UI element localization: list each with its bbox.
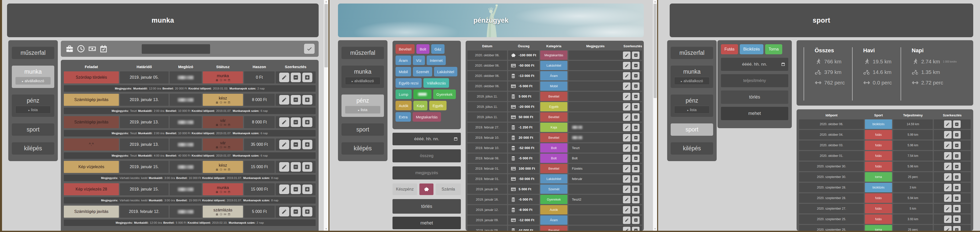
- category-button-aut-k[interactable]: Autók: [396, 101, 412, 110]
- delete-button[interactable]: törlés: [393, 199, 461, 214]
- edit-button[interactable]: [623, 72, 630, 80]
- sport-button-futás[interactable]: Futás: [721, 44, 738, 54]
- calendar-icon[interactable]: [781, 62, 785, 66]
- category-button-megtakar-t-s[interactable]: Megtakarítás: [413, 112, 441, 122]
- add-button[interactable]: [302, 184, 312, 194]
- remove-button[interactable]: [953, 194, 961, 202]
- scroll-down-arrow[interactable]: ▼: [324, 227, 328, 231]
- edit-button[interactable]: [623, 227, 630, 231]
- sidebar-item-munka[interactable]: munka▸alvállalkozó: [12, 65, 54, 88]
- category-cell[interactable]: Autók: [540, 205, 567, 215]
- sidebar-item-penz[interactable]: pénz▸lista: [342, 94, 384, 117]
- sidebar-item-sport[interactable]: sport: [671, 123, 713, 136]
- task-filter-input[interactable]: [142, 44, 210, 54]
- remove-button[interactable]: [632, 134, 640, 141]
- edit-button[interactable]: [623, 186, 630, 193]
- remove-button[interactable]: [632, 62, 640, 69]
- calendar-icon[interactable]: [453, 137, 458, 141]
- sidebar-item-kilepes[interactable]: kilépés: [12, 142, 54, 154]
- edit-button[interactable]: [944, 141, 951, 149]
- remove-button[interactable]: [632, 103, 640, 111]
- category-button--ram[interactable]: Áram: [396, 56, 411, 65]
- sidebar-item-sport[interactable]: sport: [342, 123, 384, 136]
- remove-button[interactable]: [632, 165, 640, 172]
- sport-cell[interactable]: torna: [865, 172, 892, 182]
- add-button[interactable]: [302, 207, 312, 216]
- category-button-bev-tel[interactable]: Bevétel: [396, 44, 415, 54]
- remove-button[interactable]: [291, 118, 301, 127]
- remove-button[interactable]: [632, 175, 640, 183]
- edit-button[interactable]: [944, 163, 951, 170]
- edit-button[interactable]: [623, 196, 630, 203]
- add-button[interactable]: [302, 73, 312, 82]
- remove-button[interactable]: [953, 226, 961, 231]
- remove-button[interactable]: [632, 93, 640, 100]
- status-cell[interactable]: munka: [203, 183, 243, 195]
- category-cell[interactable]: Gyerekek: [540, 195, 567, 204]
- edit-button[interactable]: [279, 207, 289, 216]
- remove-button[interactable]: [632, 72, 640, 80]
- sidebar-item-penz[interactable]: pénz▸lista: [12, 94, 54, 117]
- remove-button[interactable]: [632, 186, 640, 193]
- category-button-v-llalkoz-s[interactable]: Vállalkozás: [423, 78, 449, 88]
- remove-button[interactable]: [291, 184, 301, 194]
- sport-cell[interactable]: biciklizés: [865, 119, 892, 129]
- category-button-g-z[interactable]: Gáz: [431, 44, 445, 54]
- sidebar-item-munka[interactable]: munka▸alvállalkozó: [671, 65, 713, 88]
- remove-button[interactable]: [632, 206, 640, 214]
- status-cell[interactable]: számlázás: [203, 206, 243, 218]
- sidebar-item-kilepes[interactable]: kilépés: [671, 142, 713, 154]
- category-button-extra[interactable]: Extra: [396, 112, 411, 122]
- scroll-up-arrow[interactable]: ▲: [324, 0, 328, 3]
- amount-input[interactable]: [393, 149, 461, 162]
- category-cell[interactable]: Bolt: [540, 143, 567, 153]
- edit-button[interactable]: [944, 194, 951, 202]
- category-cell[interactable]: Mobil: [540, 81, 567, 91]
- category-cell[interactable]: Bolt: [540, 154, 567, 163]
- category-button-blurred[interactable]: [414, 89, 431, 99]
- scroll-thumb[interactable]: [325, 4, 328, 67]
- remove-button[interactable]: [632, 144, 640, 152]
- remove-button[interactable]: [632, 227, 640, 231]
- sidebar-item-munka[interactable]: munka▸alvállalkozó: [342, 65, 384, 88]
- remove-button[interactable]: [953, 173, 961, 181]
- edit-button[interactable]: [279, 95, 289, 105]
- sidebar-subitem-munka[interactable]: ▸alvállalkozó: [674, 77, 710, 85]
- submit-button[interactable]: mehet: [721, 107, 788, 120]
- edit-button[interactable]: [623, 216, 630, 224]
- edit-button[interactable]: [623, 134, 630, 141]
- remove-button[interactable]: [632, 154, 640, 162]
- add-button[interactable]: [302, 118, 312, 127]
- sport-cell[interactable]: torna: [865, 225, 892, 231]
- edit-button[interactable]: [944, 205, 951, 212]
- remove-button[interactable]: [632, 196, 640, 203]
- category-cell[interactable]: Bevétel: [540, 133, 567, 142]
- remove-button[interactable]: [953, 131, 961, 138]
- remove-button[interactable]: [953, 205, 961, 212]
- submit-button[interactable]: mehet: [393, 217, 461, 229]
- edit-button[interactable]: [944, 173, 951, 181]
- category-cell[interactable]: Lakáshitel: [540, 61, 567, 70]
- status-cell[interactable]: kész: [203, 94, 243, 106]
- edit-button[interactable]: [944, 121, 951, 128]
- category-button-lump[interactable]: Lump: [396, 89, 412, 99]
- edit-button[interactable]: [623, 113, 630, 121]
- remove-button[interactable]: [632, 51, 640, 59]
- sport-cell[interactable]: futás: [865, 204, 892, 213]
- edit-button[interactable]: [623, 175, 630, 183]
- task-cell[interactable]: ^.^: [64, 138, 119, 151]
- category-button-bolt[interactable]: Bolt: [416, 44, 430, 54]
- edit-button[interactable]: [623, 206, 630, 214]
- sport-cell[interactable]: futás: [865, 193, 892, 203]
- edit-button[interactable]: [279, 184, 289, 194]
- sidebar-item-sport[interactable]: sport: [12, 123, 54, 136]
- sport-button-torna[interactable]: Torna: [765, 44, 782, 54]
- add-button[interactable]: [302, 95, 312, 105]
- scroll-down-arrow[interactable]: ▼: [653, 227, 657, 231]
- edit-button[interactable]: [944, 152, 951, 160]
- edit-button[interactable]: [623, 154, 630, 162]
- edit-button[interactable]: [944, 226, 951, 231]
- sidebar-item-muszerfal[interactable]: műszerfal: [342, 47, 384, 59]
- category-cell[interactable]: Kaja: [540, 123, 567, 132]
- task-cell[interactable]: Kép vízjelezés: [64, 161, 119, 173]
